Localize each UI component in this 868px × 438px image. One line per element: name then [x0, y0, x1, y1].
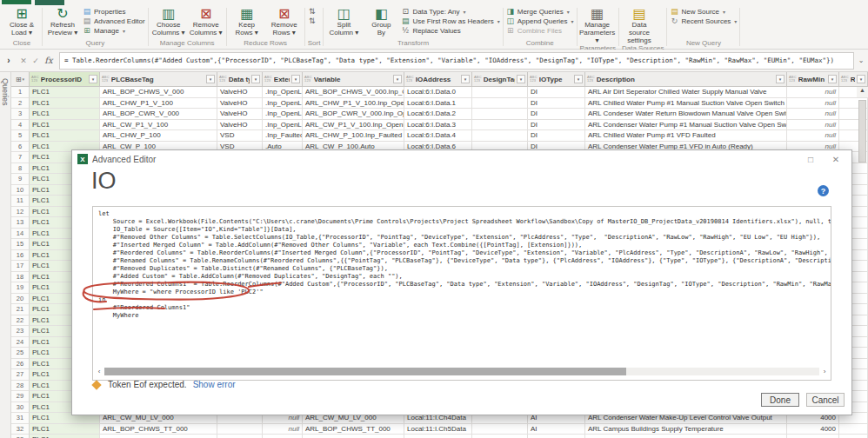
cell-description[interactable]: ARL Chilled Water Pump #1 VFD Faulted	[585, 130, 787, 142]
cell-variable[interactable]: ARL_BOP_CWR_V_000.Inp_OpenLS	[303, 109, 404, 120]
cell-variable[interactable]: ARL_CHW_P1_V_100.Inp_OpenLS	[303, 98, 404, 110]
row-number[interactable]: 4	[11, 120, 30, 131]
cell-plcbasetag[interactable]	[100, 435, 217, 438]
cell-variable[interactable]	[303, 435, 404, 438]
expand-queries-icon[interactable]: ›	[0, 56, 17, 65]
vertical-scrollbar[interactable]: ▲	[857, 87, 868, 438]
cell-processor[interactable]: PLC1	[30, 98, 100, 110]
scrollbar-thumb[interactable]	[104, 368, 626, 375]
cell-designtag[interactable]	[472, 109, 528, 120]
help-icon[interactable]: ?	[818, 185, 829, 196]
ribbon-use-first-row-as-headers-button[interactable]: ▤Use First Row as Headers▾	[401, 17, 499, 25]
row-number[interactable]: 16	[11, 250, 30, 262]
cell-ioaddress[interactable]: Local:6:I.Data.2	[404, 109, 472, 120]
column-header-extension[interactable]: ABC123Extension▾	[263, 72, 303, 87]
filter-dropdown-icon[interactable]: ▾	[393, 75, 402, 83]
column-header-data-type[interactable]: ABC123Data type▾	[217, 72, 263, 87]
cell-extension[interactable]	[263, 435, 303, 438]
cell-extension[interactable]: .Inp_Faulted	[263, 130, 303, 142]
cell-iotype[interactable]: DI	[528, 130, 585, 142]
ribbon-data-source-settings-button[interactable]: ▤Data sourcesettings	[622, 5, 657, 44]
row-number[interactable]: 32	[11, 424, 30, 435]
filter-dropdown-icon[interactable]: ▾	[517, 75, 525, 83]
cell-rawmin[interactable]: null	[787, 98, 839, 110]
row-number[interactable]: 26	[11, 359, 30, 370]
column-header-ioaddress[interactable]: ABC123IOAddress▾	[404, 72, 472, 87]
cell-rawmin[interactable]	[787, 435, 839, 438]
row-number[interactable]: 13	[11, 217, 30, 229]
column-header-iotype[interactable]: ABC123IOType▾	[528, 72, 585, 87]
cell-variable[interactable]: ARL_BOP_CHWS_V_000.Inp_OpenLS	[303, 87, 404, 98]
filter-dropdown-icon[interactable]: ▾	[828, 75, 837, 83]
cell-plcbasetag[interactable]: ARL_BOP_CHWS_V_000	[100, 87, 217, 98]
row-number[interactable]: 8	[11, 163, 30, 175]
maximize-icon[interactable]: □	[800, 155, 821, 164]
cell-extension[interactable]: .Inp_OpenLS	[263, 87, 303, 98]
code-horizontal-scrollbar[interactable]: ‹ ›	[94, 367, 830, 376]
filter-dropdown-icon[interactable]: ▾	[291, 75, 300, 83]
row-number[interactable]: 22	[11, 315, 30, 327]
row-number[interactable]: 28	[11, 381, 30, 392]
cell-processor[interactable]: PLC1	[30, 109, 100, 120]
scroll-right-icon[interactable]: ›	[819, 368, 830, 375]
row-number[interactable]: 14	[11, 229, 30, 240]
ribbon-group-by-button[interactable]: ◧GroupBy	[364, 5, 398, 36]
row-number[interactable]: 30	[11, 402, 30, 414]
cell-datatype[interactable]: ValveHO	[217, 98, 263, 110]
column-header-rawmax[interactable]: ABC123RawMax▾	[839, 72, 868, 87]
cell-ioaddress[interactable]	[404, 435, 472, 438]
row-number[interactable]: 29	[11, 391, 30, 402]
row-number[interactable]: 2	[11, 98, 30, 110]
row-number[interactable]: 11	[11, 196, 30, 207]
cell-datatype[interactable]: ValveHO	[217, 87, 263, 98]
scrollbar-track[interactable]	[104, 368, 819, 375]
cell-ioaddress[interactable]: Local:6:I.Data.1	[404, 98, 472, 110]
column-header-variable[interactable]: ABC123Variable▾	[303, 72, 404, 87]
select-all-corner[interactable]: ⊞▾	[11, 72, 30, 87]
filter-dropdown-icon[interactable]: ▾	[857, 75, 865, 83]
ribbon-advanced-editor-button[interactable]: ▤Advanced Editor	[83, 17, 145, 25]
row-number[interactable]: 6	[11, 142, 30, 153]
cell-description[interactable]: ARL Chilled Water Pump #1 Manual Suction…	[585, 98, 787, 110]
ribbon-append-queries-button[interactable]: ◫Append Queries▾	[506, 17, 574, 25]
cell-plcbasetag[interactable]: ARL_CHW_P_100	[100, 130, 217, 142]
filter-dropdown-icon[interactable]: ▾	[574, 75, 583, 83]
formula-input[interactable]: = Table.ReorderColumns(#"Added Custom",{…	[59, 52, 854, 70]
row-number[interactable]: 18	[11, 272, 30, 283]
cell-datatype[interactable]: ValveHO	[217, 120, 263, 131]
row-number[interactable]: 1	[11, 87, 30, 98]
row-number[interactable]: 15	[11, 239, 30, 250]
row-number[interactable]: 19	[11, 282, 30, 294]
row-number[interactable]: 27	[11, 369, 30, 381]
cell-designtag[interactable]	[472, 87, 528, 98]
filter-dropdown-icon[interactable]: ▾	[206, 75, 215, 83]
filter-dropdown-icon[interactable]: ▾	[461, 75, 470, 83]
filter-dropdown-icon[interactable]: ▾	[776, 75, 785, 83]
cell-rawmin[interactable]: 4000	[787, 424, 839, 435]
cell-ioaddress[interactable]: Local:11:I.Ch5Data	[404, 424, 472, 435]
cell-processor[interactable]: PLC1	[30, 87, 100, 98]
filter-dropdown-icon[interactable]: ▾	[89, 75, 97, 83]
ribbon-remove-columns-button[interactable]: ⊠RemoveColumns ▾	[189, 5, 224, 36]
cell-iotype[interactable]: DI	[528, 109, 585, 120]
row-number[interactable]: 9	[11, 174, 30, 185]
ribbon-sort-descending-icon-button[interactable]: ⇅	[308, 17, 317, 25]
done-button[interactable]: Done	[761, 393, 799, 407]
ribbon-close-load-button[interactable]: ⊞Close &Load ▾	[4, 5, 39, 36]
cell-description[interactable]: ARL Campus Buildings Supply Temperature	[585, 424, 787, 435]
cell-plcbasetag[interactable]: ARL_BOP_CWR_V_000	[100, 109, 217, 120]
row-number[interactable]: 17	[11, 261, 30, 272]
scroll-left-icon[interactable]: ‹	[94, 368, 104, 375]
row-number[interactable]: 23	[11, 326, 30, 337]
cell-datatype[interactable]	[217, 424, 263, 435]
cancel-formula-icon[interactable]: ✕	[17, 56, 30, 65]
cell-designtag[interactable]	[472, 435, 528, 438]
cell-iotype[interactable]	[528, 435, 585, 438]
ribbon-recent-sources-button[interactable]: ↻Recent Sources▾	[670, 17, 737, 25]
ribbon-keep-rows-button[interactable]: ▦KeepRows ▾	[230, 5, 264, 36]
ribbon-sort-ascending-icon-button[interactable]: ⇅	[308, 7, 317, 16]
cell-rawmin[interactable]: null	[787, 120, 839, 131]
row-number[interactable]: 20	[11, 294, 30, 305]
ribbon-choose-columns-button[interactable]: ▥ChooseColumns ▾	[151, 5, 186, 36]
cell-variable[interactable]: ARL_CW_P1_V_100.Inp_OpenLS	[303, 120, 404, 131]
